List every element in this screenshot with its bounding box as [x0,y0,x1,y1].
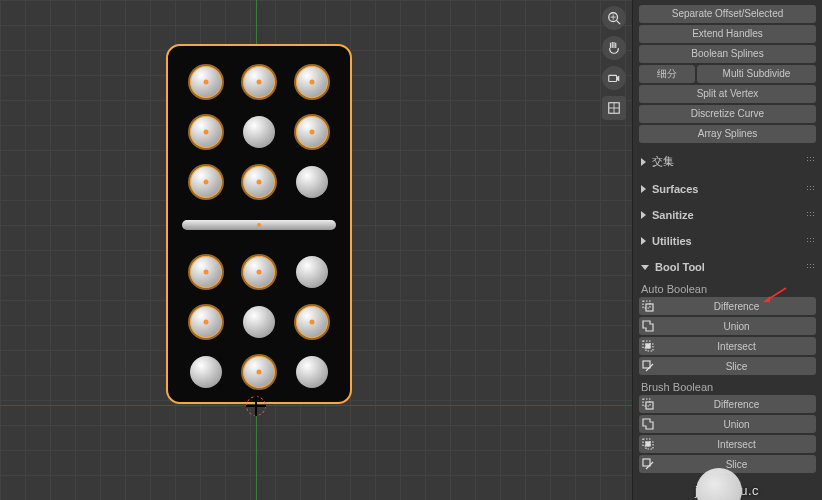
domino-dot [243,356,275,388]
panel-label: Utilities [652,235,692,247]
op-multi-subdivide[interactable]: Multi Subdivide [697,65,816,83]
panel-label: Sanitize [652,209,694,221]
pan-button[interactable] [602,36,626,60]
n-panel: Separate Offset/Selected Extend Handles … [632,0,822,500]
domino-divider [182,220,336,230]
brush-difference-button[interactable]: Difference [639,395,816,413]
domino-dot [190,356,222,388]
viewport-3d[interactable] [0,0,632,500]
camera-button[interactable] [602,66,626,90]
slice-icon [639,357,657,375]
domino-dot [243,256,275,288]
domino-dot [296,116,328,148]
op-separate-offset[interactable]: Separate Offset/Selected [639,5,816,23]
auto-slice-button[interactable]: Slice [639,357,816,375]
auto-difference-button[interactable]: Difference [639,297,816,315]
domino-dot [296,66,328,98]
domino-dot [296,306,328,338]
op-subdivide-cn[interactable]: 细分 [639,65,695,83]
intersect-icon [639,435,657,453]
brush-intersect-button[interactable]: Intersect [639,435,816,453]
op-extend-handles[interactable]: Extend Handles [639,25,816,43]
domino-dot [243,306,275,338]
domino-dot [243,166,275,198]
domino-dot [243,116,275,148]
panel-surfaces[interactable]: Surfaces [633,179,822,199]
panel-label: Surfaces [652,183,698,195]
panel-label: 交集 [652,154,674,169]
section-brush-boolean: Brush Boolean [639,377,816,395]
brush-slice-button[interactable]: Slice [639,455,816,473]
union-icon [639,415,657,433]
panel-label: Bool Tool [655,261,705,273]
svg-line-1 [617,21,621,25]
auto-intersect-button[interactable]: Intersect [639,337,816,355]
op-label: Difference [657,301,816,312]
difference-icon [639,395,657,413]
union-icon [639,317,657,335]
op-boolean-splines[interactable]: Boolean Splines [639,45,816,63]
section-auto-boolean: Auto Boolean [639,279,816,297]
domino-dot [190,256,222,288]
svg-rect-14 [646,344,650,348]
domino-dot [190,66,222,98]
op-label: Slice [657,361,816,372]
domino-dot [190,306,222,338]
axis-x [0,405,632,406]
panel-sanitize[interactable]: Sanitize [633,205,822,225]
domino-dot [296,356,328,388]
domino-dot [243,66,275,98]
auto-union-button[interactable]: Union [639,317,816,335]
panel-jiaoji[interactable]: 交集 [633,150,822,173]
brush-union-button[interactable]: Union [639,415,816,433]
svg-rect-22 [643,459,650,466]
difference-icon [639,297,657,315]
op-label: Union [657,419,816,430]
svg-rect-4 [609,75,617,81]
panel-booltool[interactable]: Bool Tool [633,257,822,277]
op-label: Difference [657,399,816,410]
op-label: Slice [657,459,816,470]
svg-rect-21 [646,442,650,446]
panel-utilities[interactable]: Utilities [633,231,822,251]
cursor-3d [246,396,266,416]
op-label: Intersect [657,439,816,450]
svg-rect-15 [643,361,650,368]
op-label: Intersect [657,341,816,352]
domino-dot [190,116,222,148]
op-label: Union [657,321,816,332]
ortho-toggle[interactable] [602,96,626,120]
domino-object[interactable] [166,44,352,404]
intersect-icon [639,337,657,355]
domino-dot [296,256,328,288]
op-array-splines[interactable]: Array Splines [639,125,816,143]
domino-dot [296,166,328,198]
op-split-at-vertex[interactable]: Split at Vertex [639,85,816,103]
domino-dot [190,166,222,198]
zoom-button[interactable] [602,6,626,30]
slice-icon [639,455,657,473]
op-discretize-curve[interactable]: Discretize Curve [639,105,816,123]
